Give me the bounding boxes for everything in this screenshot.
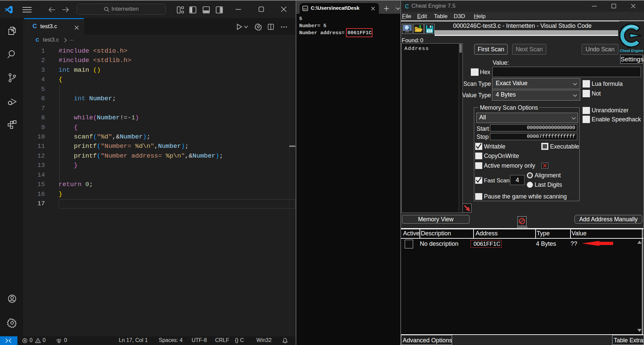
svg-text:C:\: C:\ [303, 7, 307, 10]
